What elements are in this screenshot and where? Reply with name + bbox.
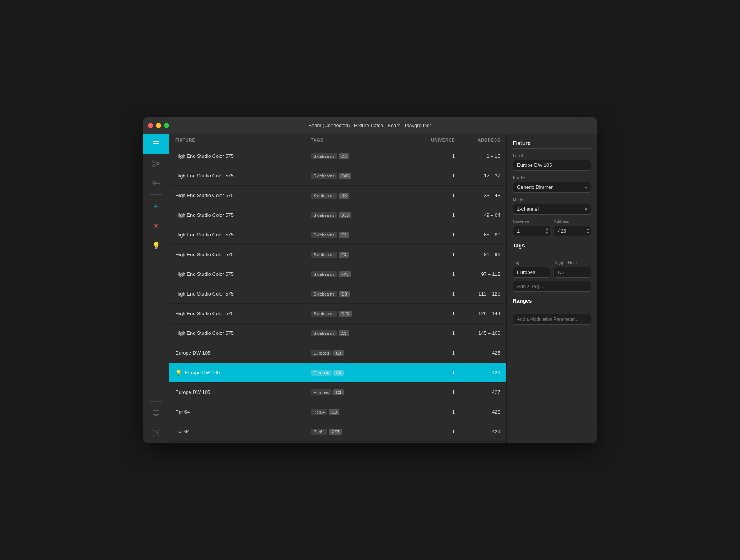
tag-badge: Europes <box>311 350 332 356</box>
profile-select[interactable]: Generic Dimmer Generic RGB Generic RGBA <box>513 182 591 193</box>
address-cell: 97 – 112 <box>455 271 500 277</box>
fixture-name-text: High End Studio Color 575 <box>175 330 234 336</box>
header-universe: UNIVERSE <box>409 138 455 142</box>
tag-badge: Sidebeams <box>311 193 337 199</box>
trigger-col: Trigger Note <box>554 256 592 278</box>
table-row[interactable]: High End Studio Color 575SidebeamsD3133 … <box>169 186 506 205</box>
tag-badge: A3 <box>339 330 349 336</box>
sidebar-item-add[interactable]: + <box>143 196 169 216</box>
fixture-name-cell: High End Studio Color 575 <box>175 212 311 218</box>
tag-input[interactable] <box>513 267 550 278</box>
universe-input[interactable] <box>513 226 550 236</box>
label-label: Label <box>513 153 591 158</box>
trigger-input[interactable] <box>554 267 592 278</box>
table-body: High End Studio Color 575SidebeamsC311 –… <box>169 146 506 443</box>
tags-cell: SidebeamsG3 <box>311 291 409 297</box>
table-row[interactable]: Par 64Par64C31428 <box>169 402 506 422</box>
table-row[interactable]: High End Studio Color 575SidebeamsD#3149… <box>169 205 506 225</box>
tags-cell: SidebeamsF#3 <box>311 271 409 277</box>
sidebar-item-monitor[interactable] <box>143 173 169 193</box>
universe-cell: 1 <box>409 370 455 375</box>
universe-label: Universe <box>513 219 550 224</box>
sidebar-item-feedback[interactable] <box>143 403 169 423</box>
close-button[interactable] <box>148 123 153 128</box>
table-row[interactable]: High End Studio Color 575SidebeamsF#3197… <box>169 264 506 284</box>
minimize-button[interactable] <box>156 123 161 128</box>
universe-cell: 1 <box>409 232 455 238</box>
table-row[interactable]: High End Studio Color 575SidebeamsC#3117… <box>169 166 506 186</box>
fixture-name-cell: High End Studio Color 575 <box>175 330 311 336</box>
address-input[interactable] <box>554 226 592 236</box>
tag-badge: C3 <box>329 409 339 415</box>
universe-cell: 1 <box>409 429 455 434</box>
table-row[interactable]: 💡Europe DW 105EuropesC31426 <box>169 363 506 383</box>
universe-cell: 1 <box>409 409 455 415</box>
universe-cell: 1 <box>409 271 455 277</box>
universe-cell: 1 <box>409 291 455 297</box>
table-row[interactable]: Par 64Par64C#31429 <box>169 422 506 442</box>
table-row[interactable]: High End Studio Color 575SidebeamsF3181 … <box>169 245 506 264</box>
ranges-section-title: Ranges <box>513 298 591 306</box>
sidebar-divider-2 <box>150 401 162 402</box>
svg-rect-5 <box>153 410 159 415</box>
mode-select[interactable]: 1-channel 2-channel 3-channel <box>513 204 591 215</box>
universe-down-arrow[interactable]: ▼ <box>545 231 549 235</box>
fixture-name-cell: Europe DW 105 <box>175 389 311 395</box>
fixture-name-text: Europe DW 105 <box>175 389 211 395</box>
universe-cell: 1 <box>409 212 455 218</box>
universe-up-arrow[interactable]: ▲ <box>545 227 549 231</box>
label-input[interactable] <box>513 160 591 171</box>
universe-arrows: ▲ ▼ <box>545 226 549 236</box>
waveform-icon <box>152 180 160 186</box>
mode-label: Mode <box>513 197 591 202</box>
sidebar-item-routing[interactable] <box>143 154 169 173</box>
tags-cell: SidebeamsC3 <box>311 153 409 159</box>
address-cell: 145 – 160 <box>455 330 500 336</box>
tags-cell: SidebeamsA3 <box>311 330 409 336</box>
sidebar-item-remove[interactable]: ✕ <box>143 216 169 236</box>
tag-badge: Sidebeams <box>311 232 337 238</box>
address-down-arrow[interactable]: ▼ <box>586 231 590 235</box>
ranges-section: Ranges <box>513 298 591 325</box>
address-label: Address <box>554 219 592 224</box>
address-spinbox-wrapper: ▲ ▼ <box>554 226 592 236</box>
address-up-arrow[interactable]: ▲ <box>586 227 590 231</box>
fixture-name-cell: Par 64 <box>175 429 311 434</box>
tag-badge: C3 <box>339 153 349 159</box>
table-row[interactable]: High End Studio Color 575SidebeamsG#3112… <box>169 304 506 324</box>
tag-badge: Sidebeams <box>311 330 337 336</box>
add-tag-input[interactable] <box>513 281 591 292</box>
sidebar-item-fixture-patch[interactable]: ☰ <box>143 134 169 154</box>
tags-cell: EuropesC3 <box>311 370 409 376</box>
modulation-input[interactable] <box>513 314 591 325</box>
tag-badge: Europes <box>311 370 332 376</box>
tags-section-title: Tags <box>513 243 591 251</box>
sidebar-item-settings[interactable] <box>143 423 169 443</box>
tags-cell: SidebeamsD#3 <box>311 212 409 218</box>
sidebar-item-ideas[interactable]: 💡 <box>143 236 169 255</box>
tags-cell: SidebeamsE3 <box>311 232 409 238</box>
table-row[interactable]: Europe DW 105EuropesC31425 <box>169 343 506 363</box>
fixture-name-text: High End Studio Color 575 <box>175 271 234 277</box>
address-cell: 129 – 144 <box>455 311 500 316</box>
tag-badge: E3 <box>339 232 349 238</box>
fixture-name-cell: High End Studio Color 575 <box>175 271 311 277</box>
universe-cell: 1 <box>409 311 455 316</box>
svg-line-3 <box>155 161 157 163</box>
window-title: Beam (Connected) - Fixture Patch - Beam … <box>308 123 431 128</box>
universe-cell: 1 <box>409 193 455 198</box>
table-row[interactable]: Par 64Par64D31430 <box>169 442 506 443</box>
maximize-button[interactable] <box>164 123 169 128</box>
table-row[interactable]: High End Studio Color 575SidebeamsC311 –… <box>169 146 506 166</box>
table-row[interactable]: High End Studio Color 575SidebeamsA31145… <box>169 324 506 343</box>
fixture-name-cell: 💡Europe DW 105 <box>175 370 311 376</box>
table-row[interactable]: High End Studio Color 575SidebeamsE3165 … <box>169 225 506 245</box>
fixture-name-cell: High End Studio Color 575 <box>175 311 311 316</box>
table-row[interactable]: Europe DW 105EuropesC31427 <box>169 383 506 402</box>
fixture-lamp-icon: 💡 <box>175 370 182 376</box>
table-row[interactable]: High End Studio Color 575SidebeamsG31113… <box>169 284 506 304</box>
fixture-list-area: FIXTURE TAGS UNIVERSE ADDRESS High End S… <box>169 134 506 443</box>
tag-badge: F3 <box>339 252 349 258</box>
tag-badge: Sidebeams <box>311 291 337 297</box>
tags-cell: EuropesC3 <box>311 389 409 395</box>
